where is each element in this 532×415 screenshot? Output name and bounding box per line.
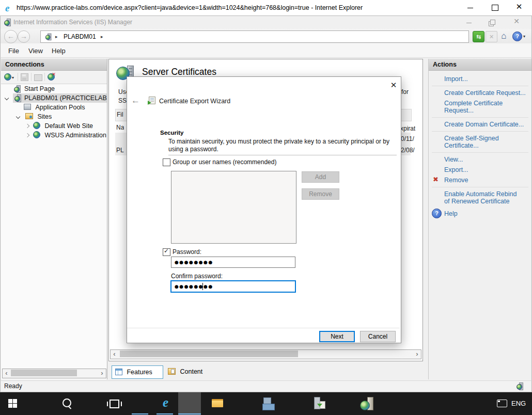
- sites-folder-icon: [25, 113, 33, 119]
- wsus-console-icon: [312, 397, 325, 410]
- tree-item-sites[interactable]: Sites: [1, 112, 107, 121]
- content-view-icon: [168, 368, 176, 375]
- start-button[interactable]: [2, 392, 24, 415]
- action-create-self-signed-certificate[interactable]: Create Self-Signed Certificate...: [429, 133, 531, 151]
- menu-help[interactable]: Help: [52, 47, 66, 55]
- create-connection-icon[interactable]: [4, 73, 11, 81]
- actions-help-icon: ?: [432, 209, 442, 218]
- menu-file[interactable]: File: [8, 47, 19, 55]
- scroll-left-icon[interactable]: ‹: [3, 369, 10, 377]
- taskbar-wsus-console[interactable]: [153, 392, 176, 415]
- password-input[interactable]: [171, 257, 295, 268]
- confirm-password-input[interactable]: [170, 280, 296, 293]
- feature-title: Server Certificates: [142, 67, 216, 77]
- expanded-chevron-icon[interactable]: [5, 96, 9, 100]
- taskbar-internet-explorer[interactable]: e: [79, 392, 101, 415]
- feature-scroll-right-icon[interactable]: ›: [413, 350, 421, 358]
- minimize-icon[interactable]: [467, 8, 473, 8]
- tab-features-view[interactable]: Features View: [112, 365, 163, 379]
- menu-bar: [0, 43, 532, 58]
- action-complete-certificate-request[interactable]: Complete Certificate Request...: [429, 98, 531, 116]
- breadcrumb-separator-icon-2: ▸: [101, 34, 103, 39]
- breadcrumb-server-name[interactable]: PLABDM01: [64, 33, 96, 40]
- group-names-label: Group or user names (recommended): [173, 158, 276, 166]
- sites-expanded-chevron-icon[interactable]: [16, 115, 20, 119]
- taskbar: e ENG: [0, 392, 532, 415]
- action-create-domain-certificate[interactable]: Create Domain Certificate...: [429, 119, 531, 130]
- status-iis-icon: [517, 382, 524, 390]
- screen: e https://www.practice-labs.com/device.a…: [0, 0, 532, 415]
- taskbar-iis-manager[interactable]: [178, 392, 201, 415]
- action-help[interactable]: ? Help: [429, 209, 531, 219]
- collapsed-chevron-icon-2[interactable]: [25, 133, 29, 137]
- section-divider: [168, 155, 397, 155]
- back-button[interactable]: ←: [4, 30, 18, 43]
- group-names-checkbox[interactable]: [163, 158, 170, 166]
- disconnect-icon[interactable]: ✕: [48, 73, 55, 81]
- breadcrumb[interactable]: ▸ PLABDM01 ▸: [40, 30, 469, 43]
- tree-item-wsus-administration[interactable]: WSUS Administration: [1, 131, 107, 140]
- group-names-listbox[interactable]: [171, 171, 296, 244]
- tree-item-application-pools[interactable]: Application Pools: [1, 103, 107, 112]
- forward-button[interactable]: →: [18, 30, 30, 43]
- next-button[interactable]: Next: [319, 331, 355, 342]
- app-close-icon[interactable]: ✕: [510, 17, 523, 27]
- language-indicator[interactable]: ENG: [511, 400, 526, 407]
- dialog-close-icon[interactable]: ✕: [388, 80, 399, 90]
- ie-titlebar: e https://www.practice-labs.com/device.a…: [0, 0, 532, 16]
- scroll-thumb[interactable]: [11, 370, 77, 376]
- expiration-column-clipped: xpirat: [400, 125, 415, 132]
- home-icon[interactable]: ⌂: [498, 31, 509, 41]
- collapsed-chevron-icon[interactable]: [25, 124, 29, 128]
- action-view[interactable]: View...: [429, 154, 531, 165]
- status-bar: [0, 380, 532, 392]
- actions-header: Actions: [429, 59, 531, 71]
- features-view-icon: [115, 369, 122, 375]
- search-button[interactable]: [28, 392, 51, 415]
- iis-window-title: Internet Information Services (IIS) Mana…: [13, 19, 132, 26]
- actions-separator-5: [432, 187, 528, 187]
- text-caret: [202, 283, 203, 290]
- cancel-button[interactable]: Cancel: [360, 331, 396, 342]
- add-button[interactable]: Add: [302, 171, 339, 183]
- password-checkbox[interactable]: ✓: [163, 248, 170, 256]
- certificate-export-wizard-dialog: ✕ ← Certificate Export Wizard Security T…: [127, 76, 401, 343]
- security-section-title: Security: [160, 130, 183, 136]
- tree-item-start-page[interactable]: Start Page: [1, 84, 107, 93]
- iis-app-icon: [4, 19, 11, 26]
- server-icon: [14, 94, 22, 102]
- taskbar-file-explorer[interactable]: [103, 392, 126, 415]
- up-folder-icon: [34, 74, 42, 81]
- feature-hscrollbar[interactable]: ‹ ›: [110, 349, 421, 359]
- help-icon[interactable]: ?: [512, 31, 522, 41]
- tree-item-server[interactable]: PLABDM01 (PRACTICELABS\A: [1, 93, 107, 103]
- scroll-right-icon[interactable]: ›: [98, 369, 106, 377]
- touch-keyboard-icon[interactable]: [497, 400, 507, 407]
- help-dropdown-icon[interactable]: ▾: [523, 34, 525, 39]
- menu-view[interactable]: View: [28, 47, 43, 55]
- save-icon: [21, 73, 28, 81]
- taskbar-server-manager[interactable]: [129, 392, 151, 415]
- connections-header: Connections: [1, 59, 107, 71]
- refresh-icon[interactable]: ⇆: [473, 31, 484, 42]
- action-import[interactable]: Import...: [429, 74, 531, 84]
- action-remove[interactable]: ✖ Remove: [429, 175, 531, 185]
- action-create-certificate-request[interactable]: Create Certificate Request...: [429, 88, 531, 98]
- maximize-icon[interactable]: [492, 5, 498, 11]
- close-icon[interactable]: ✕: [511, 2, 527, 13]
- feature-scroll-thumb[interactable]: [120, 350, 298, 357]
- connections-hscrollbar[interactable]: ‹ ›: [2, 369, 106, 378]
- app-restore-icon-front[interactable]: [490, 20, 495, 25]
- task-view-button[interactable]: [52, 392, 74, 415]
- remove-button[interactable]: Remove: [302, 188, 339, 200]
- connection-dropdown-icon[interactable]: ▾: [12, 75, 14, 80]
- app-minimize-icon[interactable]: [466, 23, 472, 23]
- action-enable-automatic-rebind[interactable]: Enable Automatic Rebind of Renewed Certi…: [429, 189, 525, 206]
- confirm-password-label: Confirm password:: [171, 273, 223, 280]
- tree-item-default-web-site[interactable]: Default Web Site: [1, 121, 107, 131]
- tab-content-view[interactable]: Content View: [166, 365, 215, 378]
- action-export[interactable]: Export...: [429, 165, 531, 175]
- stop-icon[interactable]: ✕: [486, 31, 497, 42]
- feature-scroll-left-icon[interactable]: ‹: [111, 350, 118, 358]
- wizard-back-icon[interactable]: ←: [131, 95, 140, 106]
